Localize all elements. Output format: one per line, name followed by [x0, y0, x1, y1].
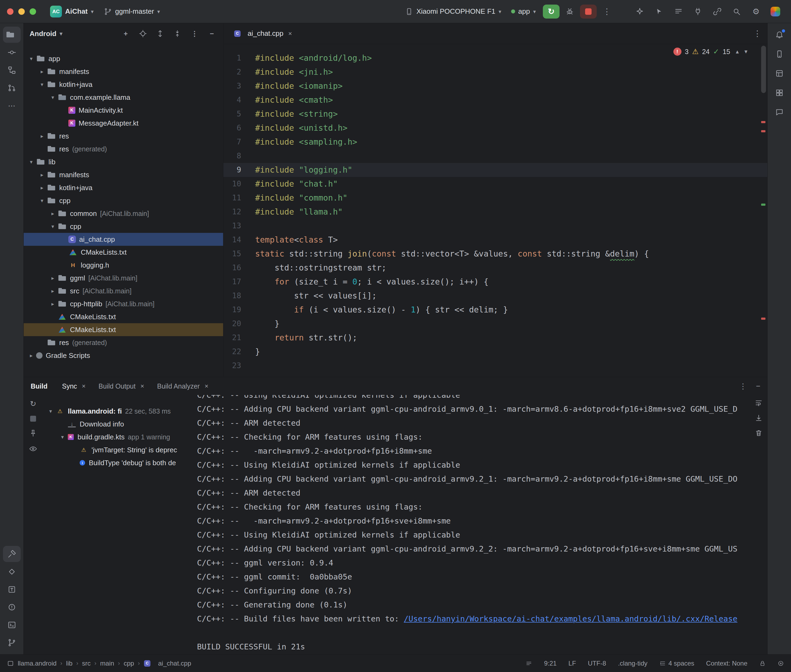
chevron-down-icon[interactable]: ▾ [48, 223, 58, 230]
code-line[interactable]: 9#include "logging.h" [223, 163, 767, 177]
build-panel-title[interactable]: Build [30, 382, 48, 390]
tree-item[interactable]: res(generated) [24, 142, 223, 155]
build-tree-item[interactable]: ⚠'jvmTarget: String' is deprec [43, 443, 193, 456]
tree-item[interactable]: ▸kotlin+java [24, 181, 223, 194]
device-selector[interactable]: Xiaomi POCOPHONE F1 ▾ [401, 5, 505, 18]
version-control-tool-button[interactable] [3, 635, 21, 651]
chevron-right-icon[interactable]: ▸ [26, 352, 36, 359]
tree-item[interactable]: ▾cpp [24, 194, 223, 207]
close-tab-icon[interactable]: × [288, 30, 292, 37]
project-tool-button[interactable] [3, 27, 21, 43]
tree-item[interactable]: ▾app [24, 52, 223, 65]
clear-console-button[interactable] [755, 429, 763, 437]
breadcrumb-item[interactable]: src [82, 660, 91, 667]
debug-button[interactable] [563, 5, 577, 18]
editor-tab[interactable]: C ai_chat.cpp × [226, 23, 299, 44]
tree-item[interactable]: ▸ggml[AiChat.lib.main] [24, 272, 223, 285]
chevron-right-icon[interactable]: ▸ [48, 275, 58, 281]
chevron-down-icon[interactable]: ▾ [48, 94, 58, 101]
build-output-path-link[interactable]: /Users/hanyin/Workspace/ai-chat/examples… [404, 614, 738, 623]
editor-options-button[interactable]: ⋮ [751, 29, 764, 38]
close-window-button[interactable] [7, 8, 13, 15]
run-config-selector[interactable]: app ▾ [507, 5, 540, 18]
code-line[interactable]: 3#include <iomanip> [223, 79, 767, 93]
expand-all-button[interactable] [155, 28, 165, 39]
resource-manager-button[interactable] [770, 85, 788, 101]
locate-file-button[interactable] [138, 28, 148, 39]
tab-sync[interactable]: Sync × [56, 377, 92, 395]
stop-button[interactable] [580, 5, 597, 19]
stop-sync-button[interactable] [30, 416, 36, 422]
chevron-right-icon[interactable]: ▸ [48, 210, 58, 217]
breadcrumb-item[interactable]: cpp [124, 660, 134, 667]
run-button[interactable]: ↻ [543, 5, 560, 19]
code-line[interactable]: 23 [223, 359, 767, 373]
branch-selector[interactable]: ggml-master ▾ [100, 5, 164, 18]
reader-mode-button[interactable] [526, 660, 532, 667]
problems-tool-button[interactable] [3, 599, 21, 615]
error-stripe[interactable] [759, 44, 767, 377]
code-line[interactable]: 18 str << values[i]; [223, 289, 767, 303]
layout-inspector-button[interactable] [770, 66, 788, 82]
line-separator[interactable]: LF [568, 660, 576, 667]
device-explorer-button[interactable] [770, 46, 788, 62]
project-selector[interactable]: AC AiChat ▾ [46, 3, 98, 20]
build-options-button[interactable]: ⋮ [739, 382, 747, 391]
commit-tool-button[interactable] [3, 44, 21, 61]
scrollbar-thumb[interactable] [761, 46, 766, 93]
code-line[interactable]: 4#include <cmath> [223, 93, 767, 107]
code-line[interactable]: 14template<class T> [223, 233, 767, 247]
chevron-right-icon[interactable]: ▸ [37, 184, 47, 191]
tree-item[interactable]: res(generated) [24, 336, 223, 349]
more-actions-button[interactable]: ⋮ [600, 5, 614, 18]
code-line[interactable]: 19 if (i < values.size() - 1) { str << d… [223, 303, 767, 317]
code-line[interactable]: 21 return str.str(); [223, 331, 767, 345]
code-line[interactable]: 17 for (size_t i = 0; i < values.size();… [223, 275, 767, 289]
zoom-window-button[interactable] [30, 8, 36, 15]
inspect-button[interactable] [652, 5, 666, 18]
tree-item[interactable]: CMakeLists.txt [24, 323, 223, 336]
build-tree-item[interactable]: iBuildType 'debug' is both de [43, 456, 193, 469]
tree-item[interactable]: ▸manifests [24, 65, 223, 78]
ok-mark[interactable] [761, 203, 765, 206]
code-line[interactable]: 7#include <sampling.h> [223, 135, 767, 149]
chevron-down-icon[interactable]: ▾ [37, 197, 47, 204]
tab-build-analyzer[interactable]: Build Analyzer × [151, 377, 215, 395]
minimize-window-button[interactable] [18, 8, 25, 15]
tree-item[interactable]: KMessageAdapter.kt [24, 117, 223, 130]
inspection-status-button[interactable] [778, 660, 784, 667]
breadcrumb-item[interactable]: main [100, 660, 114, 667]
rerun-sync-button[interactable]: ↻ [30, 399, 36, 408]
panel-options-button[interactable]: ⋮ [189, 28, 200, 39]
inspections-widget[interactable]: ! 3 ⚠ 24 ✓ 15 ▴ ▾ [673, 47, 748, 56]
tree-item[interactable]: ▸common[AiChat.lib.main] [24, 207, 223, 220]
profiler-button[interactable] [691, 5, 705, 18]
hide-build-panel-button[interactable]: − [756, 382, 761, 390]
tab-build-output[interactable]: Build Output × [92, 377, 151, 395]
tree-item[interactable]: ▸src[AiChat.lib.main] [24, 285, 223, 298]
code-line[interactable]: 6#include <unistd.h> [223, 121, 767, 135]
build-tool-button[interactable] [3, 546, 21, 562]
chevron-right-icon[interactable]: ▸ [37, 68, 47, 75]
tree-item[interactable]: ▸res [24, 130, 223, 142]
soft-wrap-button[interactable] [755, 399, 763, 407]
studio-bot-button[interactable] [769, 5, 782, 18]
build-tree-item[interactable]: ▾Kbuild.gradle.ktsapp 1 warning [43, 430, 193, 443]
chevron-right-icon[interactable]: ▸ [48, 288, 58, 294]
chevron-down-icon[interactable]: ▾ [37, 81, 47, 88]
add-button[interactable]: + [120, 28, 131, 39]
chevron-down-icon[interactable]: ▾ [26, 158, 36, 165]
context-indicator[interactable]: Context: None [706, 660, 748, 667]
todo-tool-button[interactable] [3, 581, 21, 597]
code-line[interactable]: 16 std::ostringstream str; [223, 261, 767, 275]
code-line[interactable]: 8 [223, 149, 767, 163]
code-line[interactable]: 5#include <string> [223, 107, 767, 121]
breadcrumb-item[interactable]: lib [66, 660, 72, 667]
error-mark[interactable] [761, 130, 765, 132]
hide-panel-button[interactable]: − [207, 28, 217, 39]
code-line[interactable]: 13 [223, 219, 767, 233]
tree-item[interactable]: ▾lib [24, 155, 223, 168]
project-view-title[interactable]: Android [30, 30, 56, 38]
chevron-down-icon[interactable]: ▾ [60, 30, 63, 37]
lock-button[interactable] [759, 660, 766, 667]
